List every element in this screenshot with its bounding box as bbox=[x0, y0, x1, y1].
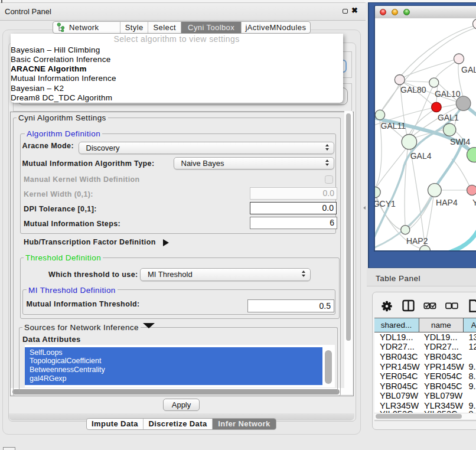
svg-text:GCY1: GCY1 bbox=[374, 198, 396, 208]
svg-text:HAP2: HAP2 bbox=[406, 236, 428, 245]
svg-text:YM: YM bbox=[472, 198, 476, 207]
svg-text:GAL10: GAL10 bbox=[435, 89, 461, 99]
svg-text:SWI4: SWI4 bbox=[450, 137, 470, 146]
svg-text:GAL11: GAL11 bbox=[381, 120, 406, 130]
svg-text:GAL1: GAL1 bbox=[438, 113, 459, 122]
svg-text:HAP4: HAP4 bbox=[436, 198, 458, 207]
svg-text:GAL80: GAL80 bbox=[400, 85, 426, 94]
svg-text:GAL4: GAL4 bbox=[410, 151, 432, 160]
svg-text:GAL2: GAL2 bbox=[461, 65, 476, 74]
